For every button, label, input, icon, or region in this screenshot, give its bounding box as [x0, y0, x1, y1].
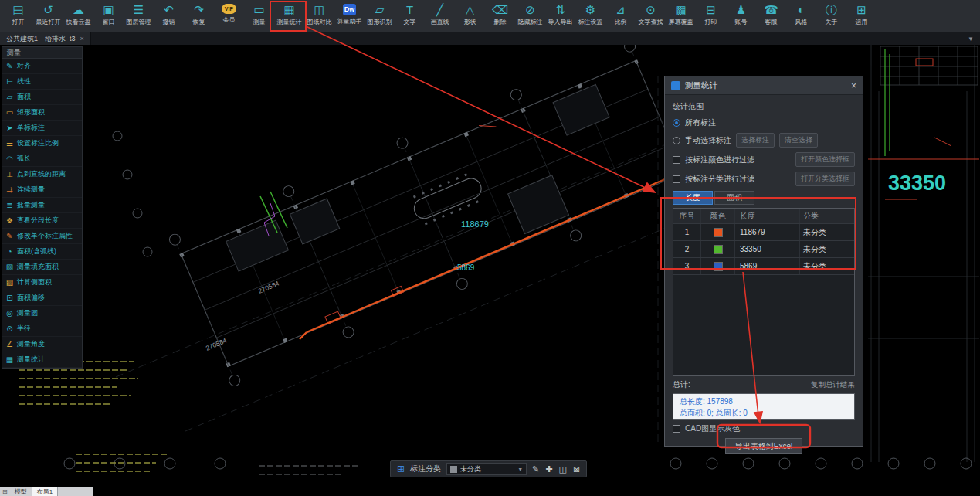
measure-tool-item[interactable]: ▭ 矩形面积: [2, 105, 82, 121]
chevron-down-icon[interactable]: ▼: [968, 36, 974, 42]
toolbar-button-label: 窗口: [103, 18, 115, 26]
toolbar-button[interactable]: ⊙ 文字查找: [636, 2, 666, 32]
toolbar-button-label: 恢复: [193, 18, 205, 26]
recent-open-icon: ↺: [43, 4, 53, 16]
measure-tool-item[interactable]: ◠ 弧长: [2, 151, 82, 167]
toolbar-button[interactable]: ▱ 图形识别: [365, 2, 395, 32]
toolbar-button[interactable]: ☎ 客服: [756, 2, 786, 32]
measure-tool-item[interactable]: ▨ 测量填充面积: [2, 260, 82, 275]
table-row[interactable]: 1 118679 未分类: [673, 224, 854, 241]
toolbar-button[interactable]: ╱ 画直线: [425, 2, 455, 32]
copy-total-button[interactable]: 复制总计结果: [811, 380, 855, 390]
clear-selection-button[interactable]: 清空选择: [779, 133, 818, 148]
measure-tool-label: 半径: [17, 324, 31, 334]
toolbar-button[interactable]: ☰ 图层管理: [124, 2, 154, 32]
toolbar-button[interactable]: ▤ 打开: [3, 2, 33, 32]
toolbar-button[interactable]: ⊿ 比例: [605, 2, 636, 32]
measure-tool-item[interactable]: ◔ 面积(含弧线): [2, 244, 82, 260]
delete-icon: ⌫: [492, 4, 508, 16]
measure-tool-item[interactable]: ⊥ 点到直线的距离: [2, 167, 82, 182]
tab-model[interactable]: 模型: [10, 487, 32, 496]
toolbar-button[interactable]: ⓘ 关于: [816, 2, 846, 32]
table-row[interactable]: 2 33350 未分类: [673, 241, 854, 258]
cad-gray-checkbox[interactable]: [673, 425, 680, 433]
measure-tool-item[interactable]: ≣ 批量测量: [2, 198, 82, 213]
toolbar-button[interactable]: ⊞ 运用: [846, 2, 877, 32]
helper-icon: Dw: [343, 4, 356, 15]
toolbar-button[interactable]: △ 形状: [455, 2, 485, 32]
measure-tools-panel: 测量 ✎ 对齐 ⊢ 线性 ▱ 面积 ▭ 矩形面积 ➤: [2, 46, 83, 369]
measure-tool-item[interactable]: ⊙ 半径: [2, 321, 82, 337]
toolbar-button[interactable]: ◫ 图纸对比: [304, 2, 334, 32]
measure-tool-item[interactable]: ⊢ 线性: [2, 74, 82, 90]
segment-length-icon: ❖: [5, 216, 15, 225]
copy-icon[interactable]: ◫: [559, 464, 567, 474]
toolbar-button[interactable]: ⇅ 导入导出: [545, 2, 575, 32]
move-icon[interactable]: ✚: [545, 464, 552, 474]
chevron-down-icon: ▼: [517, 467, 523, 472]
tab-layout1[interactable]: 布局1: [32, 487, 58, 496]
filter-class-checkbox[interactable]: [673, 175, 680, 183]
toolbar-button[interactable]: Dw 算量助手: [334, 2, 365, 32]
toolbar-button[interactable]: ⌫ 删除: [485, 2, 515, 32]
drawing-tab[interactable]: 公共建筑1—给排水_t3 ×: [0, 32, 91, 45]
toolbar-button[interactable]: ▦ 测量统计: [274, 2, 304, 32]
toolbar-button[interactable]: ◐ 风格: [786, 2, 816, 32]
radio-all-annotations[interactable]: [673, 119, 680, 127]
tab-length[interactable]: 长度: [673, 191, 713, 205]
measure-tool-item[interactable]: ∠ 测量角度: [2, 337, 82, 352]
totals-box: 总长度: 157898 总面积: 0; 总周长: 0: [673, 393, 855, 420]
select-annotation-button[interactable]: 选择标注: [736, 133, 775, 148]
radio-all-label: 所有标注: [685, 117, 716, 128]
toolbar-button[interactable]: ⊟ 打印: [696, 2, 726, 32]
measure-tool-item[interactable]: ▧ 计算侧面积: [2, 275, 82, 290]
measure-tool-item[interactable]: ✎ 对齐: [2, 59, 82, 74]
toolbar-button[interactable]: VIP 会员: [214, 2, 244, 32]
toolbar-button-label: 测量统计: [277, 18, 302, 26]
dialog-titlebar[interactable]: 测量统计 ×: [665, 76, 863, 95]
measure-tool-item[interactable]: ❖ 查看分段长度: [2, 213, 82, 229]
print-icon: ⊟: [706, 4, 716, 16]
edit-icon[interactable]: ✎: [532, 464, 539, 474]
toolbar-button-label: 会员: [223, 15, 236, 24]
table-row[interactable]: 3 5869 未分类: [673, 258, 854, 275]
measure-tool-item[interactable]: ⊡ 面积偏移: [2, 290, 82, 306]
annotation-class-dropdown[interactable]: 未分类 ▼: [446, 463, 527, 475]
import-export-icon: ⇅: [555, 4, 565, 16]
toolbar-button[interactable]: ▩ 屏幕覆盖: [666, 2, 696, 32]
export-excel-button[interactable]: 导出表格到Excel: [725, 438, 802, 454]
open-icon: ▤: [12, 4, 23, 16]
toolbar-button[interactable]: ▭ 测量: [244, 2, 274, 32]
tab-area[interactable]: 面积: [714, 191, 754, 205]
toolbar-button[interactable]: ☁ 快看云盘: [63, 2, 93, 32]
radio-manual-select[interactable]: [673, 137, 680, 144]
toolbar-button[interactable]: ▣ 窗口: [93, 2, 124, 32]
toolbar-button-label: 算量助手: [337, 17, 362, 25]
delete-icon[interactable]: ⊠: [573, 464, 580, 474]
toolbar-button-label: 图纸对比: [307, 18, 332, 26]
close-tab-icon[interactable]: ×: [80, 35, 84, 42]
toolbar-button[interactable]: ⊘ 隐藏标注: [515, 2, 545, 32]
open-class-picker-button[interactable]: 打开分类选择框: [795, 172, 855, 186]
measure-tool-item[interactable]: ◎ 测量圆: [2, 306, 82, 321]
dropdown-value: 未分类: [460, 464, 514, 474]
toolbar-button[interactable]: ↶ 撤销: [154, 2, 184, 32]
measure-tool-item[interactable]: ➤ 单标标注: [2, 121, 82, 136]
toolbar-button[interactable]: ⚙ 标注设置: [575, 2, 605, 32]
toolbar-button[interactable]: ♟ 账号: [726, 2, 756, 32]
continuous-measure-icon: ⇉: [5, 185, 15, 194]
toolbar-button[interactable]: ↺ 最近打开: [33, 2, 63, 32]
measure-tool-item[interactable]: ✎ 修改单个标注属性: [2, 229, 82, 244]
open-color-picker-button[interactable]: 打开颜色选择框: [795, 152, 855, 167]
measure-tool-item[interactable]: ▦ 测量统计: [2, 352, 82, 368]
toolbar-button[interactable]: ↷ 恢复: [184, 2, 214, 32]
toolbar-button[interactable]: T 文字: [395, 2, 425, 32]
measure-tool-item[interactable]: ▱ 面积: [2, 90, 82, 105]
close-icon[interactable]: ×: [851, 80, 856, 91]
measure-tool-item[interactable]: ⇉ 连续测量: [2, 182, 82, 198]
measure-tool-item[interactable]: ☰ 设置标注比例: [2, 136, 82, 151]
measure-icon: ▭: [253, 4, 264, 16]
filter-color-checkbox[interactable]: [673, 156, 680, 164]
vip-icon: VIP: [222, 4, 236, 14]
grid-icon[interactable]: ⊞: [397, 464, 405, 474]
